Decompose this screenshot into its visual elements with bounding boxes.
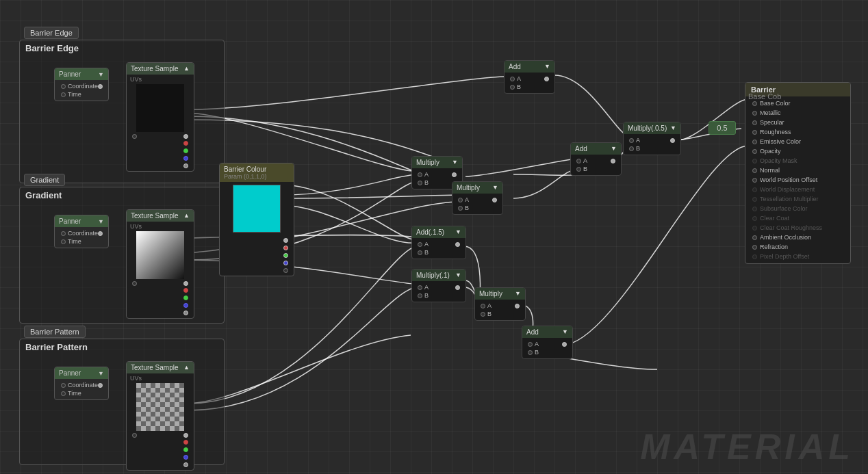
barrier-metallic-pin[interactable] <box>752 111 757 116</box>
tex2-uvs-pin[interactable] <box>132 281 137 286</box>
panner3-node[interactable]: Panner ▼ Coordinate Time <box>54 367 109 400</box>
texture1-node[interactable]: Texture Sample ▲ UVs <box>126 62 194 172</box>
add1-a-pin[interactable] <box>510 77 515 81</box>
panner3-header: Panner ▼ <box>55 367 108 379</box>
barrier-roughness-pin[interactable] <box>752 130 757 135</box>
tex2-b-out[interactable] <box>183 303 188 308</box>
multiply2-header: Multiply ▼ <box>452 182 502 194</box>
barrier-clear-coat-rough-pin[interactable] <box>752 226 757 231</box>
add2-header: Add ▼ <box>571 143 621 155</box>
add15-a-pin[interactable] <box>418 242 422 247</box>
texture3-node[interactable]: Texture Sample ▲ UVs <box>126 361 194 471</box>
mul05-b-pin[interactable] <box>629 146 634 151</box>
add2-b-pin[interactable] <box>576 167 581 172</box>
tex2-rgba-out[interactable] <box>183 281 188 286</box>
add3-a-pin[interactable] <box>528 342 533 347</box>
barrier-opacity-mask-pin[interactable] <box>752 159 757 163</box>
barrier-colour-node[interactable]: Barrier Colour Param (0,1,1,0) <box>219 163 294 276</box>
mul1x-out[interactable] <box>455 285 460 290</box>
tex1-uvs-pin[interactable] <box>132 134 137 139</box>
mul2-out[interactable] <box>492 198 497 202</box>
mul2-a-pin[interactable] <box>458 198 463 202</box>
add15-b-pin[interactable] <box>418 250 422 255</box>
barrier-base-color-pin[interactable] <box>752 101 757 106</box>
panner3-time-pin[interactable] <box>61 391 66 396</box>
mul05-a-pin[interactable] <box>629 138 634 143</box>
barrier-tess-pin[interactable] <box>752 197 757 202</box>
barrier-opacity-pin[interactable] <box>752 149 757 154</box>
mul4-a-pin[interactable] <box>481 304 485 308</box>
panner1-node[interactable]: Panner ▼ Coordinate Time <box>54 68 109 101</box>
multiply4-node[interactable]: Multiply ▼ A B <box>474 287 526 321</box>
mul1-b-pin[interactable] <box>418 181 422 185</box>
panner2-out-pin[interactable] <box>98 231 103 236</box>
tex3-g-out[interactable] <box>183 447 188 452</box>
panner1-header: Panner ▼ <box>55 68 108 80</box>
tex3-uvs-pin[interactable] <box>132 433 137 438</box>
constant05-node[interactable]: 0.5 <box>709 121 736 135</box>
tex2-r-out[interactable] <box>183 288 188 293</box>
panner2-coord-pin[interactable] <box>61 231 66 236</box>
panner3-coord-pin[interactable] <box>61 383 66 388</box>
tex3-r-out[interactable] <box>183 440 188 445</box>
barrier-emissive-pin[interactable] <box>752 140 757 144</box>
tex2-g-out[interactable] <box>183 295 188 300</box>
add3-node[interactable]: Add ▼ A B <box>522 326 573 359</box>
tex1-a-out[interactable] <box>183 163 188 168</box>
multiply1x-node[interactable]: Multiply(.1) ▼ A B <box>411 269 466 302</box>
multiply05-node[interactable]: Multiply(.0.5) ▼ A B <box>623 122 681 155</box>
barrier-world-pos-pin[interactable] <box>752 178 757 183</box>
tex3-b-out[interactable] <box>183 455 188 460</box>
tex1-r-out[interactable] <box>183 141 188 146</box>
mul1-a-pin[interactable] <box>418 172 422 177</box>
tex1-b-out[interactable] <box>183 156 188 161</box>
add3-b-pin[interactable] <box>528 350 533 355</box>
tex2-a-out[interactable] <box>183 311 188 315</box>
panner3-out-pin[interactable] <box>98 383 103 388</box>
add2-a-pin[interactable] <box>576 159 581 163</box>
barrier-pixel-depth-pin[interactable] <box>752 254 757 259</box>
panner2-time-pin[interactable] <box>61 239 66 244</box>
panner1-coord-pin[interactable] <box>61 84 66 89</box>
mul4-b-pin[interactable] <box>481 312 485 317</box>
colour-r-out[interactable] <box>283 246 288 250</box>
tex3-rgba-out[interactable] <box>183 433 188 438</box>
panner1-time-pin[interactable] <box>61 92 66 97</box>
add2-node[interactable]: Add ▼ A B <box>570 142 622 176</box>
tex3-a-out[interactable] <box>183 462 188 467</box>
add15-out[interactable] <box>455 242 460 247</box>
add2-out[interactable] <box>611 159 615 163</box>
mul05-out[interactable] <box>670 138 675 143</box>
add1-node[interactable]: Add ▼ A B <box>504 60 555 94</box>
mul1x-b-pin[interactable] <box>418 293 422 298</box>
add15-node[interactable]: Add(.1.5) ▼ A B <box>411 226 466 259</box>
colour-swatch <box>233 185 281 233</box>
barrier-pattern-label: Barrier Pattern <box>24 326 86 338</box>
mul1-out[interactable] <box>452 172 457 177</box>
add1-b-pin[interactable] <box>510 85 515 90</box>
barrier-output-node[interactable]: Barrier Base Color Metallic Specular Rou… <box>745 82 851 264</box>
colour-b-out[interactable] <box>283 261 288 265</box>
texture3-header: Texture Sample ▲ <box>127 362 194 373</box>
add1-out[interactable] <box>544 77 549 81</box>
mul4-out[interactable] <box>515 304 520 308</box>
mul1x-a-pin[interactable] <box>418 285 422 290</box>
colour-out[interactable] <box>283 238 288 243</box>
barrier-specular-pin[interactable] <box>752 120 757 125</box>
mul2-b-pin[interactable] <box>458 206 463 211</box>
barrier-subsurface-pin[interactable] <box>752 207 757 211</box>
colour-g-out[interactable] <box>283 253 288 258</box>
add3-out[interactable] <box>562 342 567 347</box>
colour-a-out[interactable] <box>283 268 288 273</box>
barrier-world-disp-pin[interactable] <box>752 187 757 192</box>
multiply2-node[interactable]: Multiply ▼ A B <box>452 181 503 215</box>
barrier-refraction-pin[interactable] <box>752 245 757 250</box>
tex1-g-out[interactable] <box>183 148 188 153</box>
barrier-clear-coat-pin[interactable] <box>752 216 757 221</box>
panner1-out-pin[interactable] <box>98 84 103 89</box>
texture2-node[interactable]: Texture Sample ▲ UVs <box>126 209 194 319</box>
barrier-ao-pin[interactable] <box>752 235 757 240</box>
tex1-rgba-out[interactable] <box>183 134 188 139</box>
barrier-normal-pin[interactable] <box>752 168 757 173</box>
panner2-node[interactable]: Panner ▼ Coordinate Time <box>54 215 109 248</box>
